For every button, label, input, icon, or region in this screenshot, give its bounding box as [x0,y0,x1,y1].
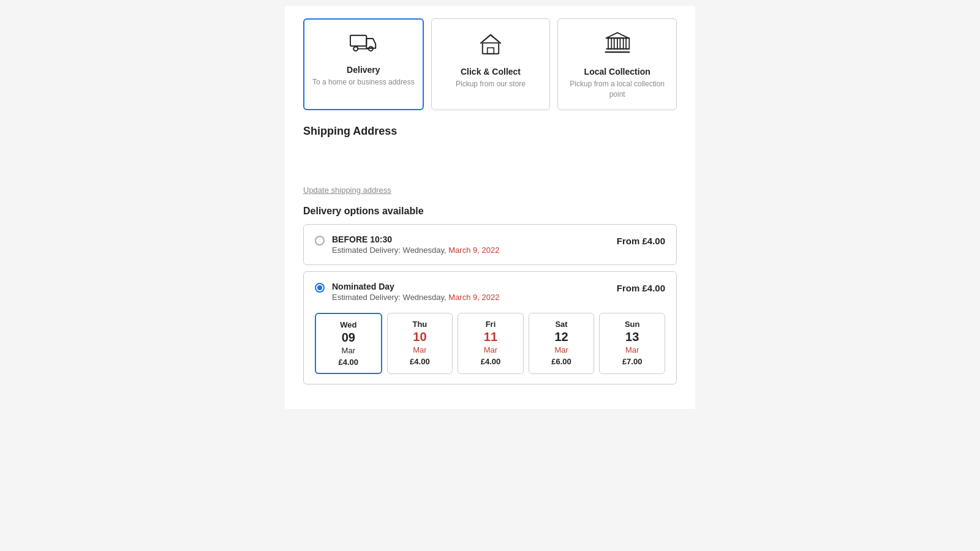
shipping-address-title: Shipping Address [303,125,677,138]
house-icon [477,31,504,59]
date-price-4: £7.00 [622,357,643,366]
date-day-2: Fri [486,320,496,329]
option-delivery-nominated-day: Estimated Delivery: Wednesday, March 9, … [332,293,499,302]
option-info-before-1030: BEFORE 10:30 Estimated Delivery: Wednesd… [332,234,499,255]
bank-icon [604,31,631,59]
delivery-card-click-collect[interactable]: Click & Collect Pickup from our store [431,18,551,110]
date-month-4: Mar [625,345,639,354]
truck-icon [350,32,377,58]
local-collection-card-subtitle: Pickup from a local collection point [564,79,670,100]
date-picker-row: Wed 09 Mar £4.00 Thu 10 Mar £4.00 Fri 11… [315,313,665,374]
delivery-type-row: Delivery To a home or business address C… [303,18,677,110]
date-day-1: Thu [412,320,427,329]
delivery-date-before-1030: March 9, 2022 [448,246,499,255]
date-num-3: 12 [554,330,568,344]
date-card-4[interactable]: Sun 13 Mar £7.00 [599,313,665,374]
click-collect-card-subtitle: Pickup from our store [456,79,526,89]
svg-rect-5 [488,48,494,54]
option-header-nominated-day: Nominated Day Estimated Delivery: Wednes… [315,282,665,302]
delivery-date-nominated-day: March 9, 2022 [448,293,499,302]
svg-rect-0 [350,36,366,47]
date-num-4: 13 [625,330,639,344]
svg-rect-10 [620,38,623,49]
date-card-0[interactable]: Wed 09 Mar £4.00 [315,313,382,374]
svg-rect-9 [614,38,617,49]
option-price-before-1030: From £4.00 [617,236,665,246]
option-left-before-1030: BEFORE 10:30 Estimated Delivery: Wednesd… [315,234,499,255]
date-day-3: Sat [555,320,567,329]
date-day-4: Sun [625,320,640,329]
date-num-0: 09 [342,331,355,345]
option-left-nominated-day: Nominated Day Estimated Delivery: Wednes… [315,282,499,302]
option-card-before-1030[interactable]: BEFORE 10:30 Estimated Delivery: Wednesd… [303,224,677,265]
date-day-0: Wed [340,320,356,329]
delivery-card-delivery[interactable]: Delivery To a home or business address [303,18,424,110]
delivery-options-title: Delivery options available [303,206,677,217]
date-month-1: Mar [413,345,426,354]
delivery-card-title: Delivery [347,65,380,75]
svg-rect-8 [608,38,611,49]
date-price-1: £4.00 [410,357,430,366]
option-header-before-1030: BEFORE 10:30 Estimated Delivery: Wednesd… [315,234,665,255]
option-card-nominated-day[interactable]: Nominated Day Estimated Delivery: Wednes… [303,271,677,384]
date-price-3: £6.00 [551,357,571,366]
date-num-1: 10 [413,330,426,344]
date-price-2: £4.00 [481,357,501,366]
shipping-address-placeholder [303,148,677,184]
radio-nominated-day[interactable] [315,283,325,293]
date-month-2: Mar [484,345,497,354]
svg-rect-4 [483,43,499,54]
date-card-1[interactable]: Thu 10 Mar £4.00 [387,313,453,374]
option-name-before-1030: BEFORE 10:30 [332,234,499,244]
date-num-2: 11 [484,330,497,344]
click-collect-card-title: Click & Collect [461,67,521,77]
date-card-3[interactable]: Sat 12 Mar £6.00 [529,313,595,374]
delivery-card-local-collection[interactable]: Local Collection Pickup from a local col… [557,18,677,110]
svg-marker-7 [606,32,628,38]
date-card-2[interactable]: Fri 11 Mar £4.00 [458,313,524,374]
local-collection-card-title: Local Collection [584,67,650,77]
delivery-card-subtitle: To a home or business address [312,77,415,88]
svg-rect-11 [626,38,629,49]
option-price-nominated-day: From £4.00 [617,283,665,293]
delivery-text-before-1030: Estimated Delivery: Wednesday, [332,246,448,255]
update-shipping-link[interactable]: Update shipping address [303,186,391,195]
svg-point-1 [353,47,358,51]
option-delivery-before-1030: Estimated Delivery: Wednesday, March 9, … [332,246,499,255]
date-month-0: Mar [342,346,355,355]
date-price-0: £4.00 [339,358,359,367]
main-container: Delivery To a home or business address C… [285,6,695,409]
delivery-text-nominated-day: Estimated Delivery: Wednesday, [332,293,448,302]
page-wrapper: Delivery To a home or business address C… [0,0,980,551]
option-info-nominated-day: Nominated Day Estimated Delivery: Wednes… [332,282,499,302]
option-name-nominated-day: Nominated Day [332,282,499,291]
date-month-3: Mar [554,345,568,354]
radio-before-1030[interactable] [315,236,325,246]
